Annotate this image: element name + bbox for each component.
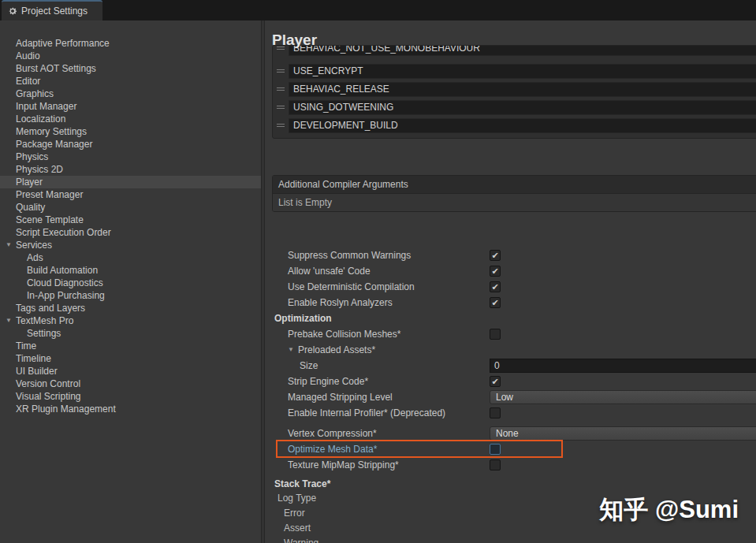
checkbox-enable-roslyn-analyzers[interactable]: ✔ [490, 297, 501, 308]
setting-label: Enable Roslyn Analyzers [288, 295, 393, 311]
sidebar-item-label: Physics [16, 151, 48, 163]
player-settings-rows: Suppress Common Warnings✔Allow 'unsafe' … [265, 247, 756, 473]
tab-label: Project Settings [21, 6, 88, 17]
sidebar-item-quality[interactable]: Quality [0, 201, 261, 214]
checkbox-optimize-mesh-data[interactable] [490, 444, 501, 455]
page-title: Player [272, 32, 317, 49]
setting-row-allow-unsafe-code: Allow 'unsafe' Code✔ [265, 263, 756, 279]
sidebar-item-cloud-diagnostics[interactable]: Cloud Diagnostics [0, 277, 261, 289]
foldout-arrow-icon[interactable]: ▼ [288, 342, 294, 358]
sidebar-item-tags-and-layers[interactable]: Tags and Layers [0, 302, 261, 314]
setting-row-use-deterministic-compilation: Use Deterministic Compilation✔ [265, 279, 756, 295]
sidebar-item-label: Input Manager [16, 100, 76, 113]
sidebar-item-label: Audio [16, 50, 40, 62]
sidebar-item-player[interactable]: Player [0, 176, 261, 188]
sidebar-item-memory-settings[interactable]: Memory Settings [0, 125, 261, 138]
sidebar-item-label: Memory Settings [16, 125, 87, 138]
define-symbol-field[interactable]: BEHAVIAC_NOT_USE_MONOBEHAVIOUR [289, 45, 756, 56]
checkbox-suppress-common-warnings[interactable]: ✔ [490, 250, 501, 261]
sidebar-item-physics[interactable]: Physics [0, 151, 261, 163]
drag-handle-icon[interactable] [277, 69, 285, 73]
setting-label: Suppress Common Warnings [288, 247, 411, 263]
sidebar-item-label: Services [16, 239, 52, 251]
stack-trace-label[interactable]: Error [284, 506, 305, 521]
sidebar-item-services[interactable]: ▼Services [0, 239, 261, 251]
define-symbol-field[interactable]: BEHAVIAC_RELEASE [289, 82, 756, 97]
setting-row-optimize-mesh-data: Optimize Mesh Data* [265, 441, 756, 457]
compiler-arguments-empty-label: List is Empty [273, 194, 756, 212]
sidebar-item-scene-template[interactable]: Scene Template [0, 214, 261, 226]
sidebar-item-ui-builder[interactable]: UI Builder [0, 365, 261, 377]
sidebar-item-in-app-purchasing[interactable]: In-App Purchasing [0, 289, 261, 302]
setting-label: Texture MipMap Stripping* [288, 457, 399, 473]
sidebar-item-settings[interactable]: Settings [0, 327, 261, 340]
stack-trace-label[interactable]: Warning [284, 536, 318, 543]
sidebar-item-label: Timeline [16, 352, 51, 365]
sidebar-item-build-automation[interactable]: Build Automation [0, 264, 261, 277]
define-symbol-row: DEVELOPMENT_BUILD [273, 118, 756, 133]
define-symbol-field[interactable]: USE_ENCRYPT [289, 64, 756, 79]
dropdown-vertex-compression[interactable]: None [490, 426, 756, 441]
player-settings-panel: Player BEHAVIAC_NOT_USE_MONOBEHAVIOURUSE… [265, 20, 756, 543]
sidebar-item-physics-2d[interactable]: Physics 2D [0, 163, 261, 176]
stack-trace-label[interactable]: Assert [284, 521, 311, 536]
stack-trace-label: Log Type [277, 491, 316, 506]
sidebar-item-adaptive-performance[interactable]: Adaptive Performance [0, 37, 261, 50]
sidebar-item-xr-plugin-management[interactable]: XR Plugin Management [0, 403, 261, 415]
sidebar-item-label: Scene Template [16, 214, 84, 226]
sidebar-item-label: Tags and Layers [16, 302, 85, 314]
checkbox-strip-engine-code[interactable]: ✔ [490, 376, 501, 387]
define-symbol-row: BEHAVIAC_NOT_USE_MONOBEHAVIOUR [273, 45, 756, 56]
checkbox-allow-unsafe-code[interactable]: ✔ [490, 266, 501, 277]
foldout-arrow-icon[interactable]: ▼ [6, 314, 12, 327]
sidebar-item-label: Package Manager [16, 138, 92, 151]
checkbox-use-deterministic-compilation[interactable]: ✔ [490, 281, 501, 292]
sidebar-item-time[interactable]: Time [0, 340, 261, 352]
sidebar-item-label: In-App Purchasing [27, 289, 105, 302]
setting-label: Preloaded Assets* [298, 342, 375, 358]
sidebar-item-graphics[interactable]: Graphics [0, 87, 261, 100]
sidebar-item-ads[interactable]: Ads [0, 251, 261, 264]
sidebar-item-burst-aot-settings[interactable]: Burst AOT Settings [0, 62, 261, 75]
setting-row-preloaded-assets: ▼Preloaded Assets* [265, 342, 756, 358]
stack-trace-row-warning: Warning [265, 536, 756, 543]
sidebar-item-label: Script Execution Order [16, 226, 111, 239]
sidebar-item-localization[interactable]: Localization [0, 113, 261, 125]
sidebar-item-version-control[interactable]: Version Control [0, 377, 261, 390]
sidebar-item-timeline[interactable]: Timeline [0, 352, 261, 365]
additional-compiler-arguments-box: Additional Compiler Arguments List is Em… [272, 175, 756, 212]
sidebar-item-label: Editor [16, 75, 40, 87]
sidebar-item-editor[interactable]: Editor [0, 75, 261, 87]
setting-label: Enable Internal Profiler* (Deprecated) [288, 405, 445, 421]
checkbox-texture-mipmap-stripping[interactable] [490, 459, 501, 470]
tab-project-settings[interactable]: Project Settings [2, 0, 102, 20]
sidebar-item-textmesh-pro[interactable]: ▼TextMesh Pro [0, 314, 261, 327]
sidebar-item-label: Player [16, 176, 43, 188]
sidebar-item-label: UI Builder [16, 365, 58, 377]
drag-handle-icon[interactable] [277, 87, 285, 91]
checkbox-prebake-collision-meshes[interactable] [490, 329, 501, 340]
drag-handle-icon[interactable] [277, 106, 285, 109]
dropdown-managed-stripping-level[interactable]: Low [490, 390, 756, 404]
drag-handle-icon[interactable] [277, 124, 285, 127]
foldout-arrow-icon[interactable]: ▼ [6, 239, 12, 251]
sidebar-item-script-execution-order[interactable]: Script Execution Order [0, 226, 261, 239]
compiler-arguments-header[interactable]: Additional Compiler Arguments [273, 176, 756, 194]
setting-row-strip-engine-code: Strip Engine Code*✔ [265, 374, 756, 389]
sidebar-item-label: Time [16, 340, 36, 352]
sidebar-item-input-manager[interactable]: Input Manager [0, 100, 261, 113]
sidebar-item-label: Burst AOT Settings [16, 62, 96, 75]
sidebar-item-package-manager[interactable]: Package Manager [0, 138, 261, 151]
define-symbol-field[interactable]: USING_DOTWEENING [289, 100, 756, 115]
sidebar-item-audio[interactable]: Audio [0, 50, 261, 62]
sidebar-item-preset-manager[interactable]: Preset Manager [0, 188, 261, 201]
checkbox-enable-internal-profiler-deprecated[interactable] [490, 407, 501, 418]
input-size[interactable]: 0 [490, 359, 756, 373]
stack-trace-header: Stack Trace* [274, 477, 330, 491]
setting-label: Optimize Mesh Data* [288, 441, 377, 457]
setting-row-managed-stripping-level: Managed Stripping LevelLow [265, 389, 756, 405]
sidebar-item-label: Version Control [16, 377, 80, 390]
sidebar-item-visual-scripting[interactable]: Visual Scripting [0, 390, 261, 403]
setting-label: Managed Stripping Level [288, 389, 393, 405]
define-symbol-field[interactable]: DEVELOPMENT_BUILD [289, 118, 756, 133]
